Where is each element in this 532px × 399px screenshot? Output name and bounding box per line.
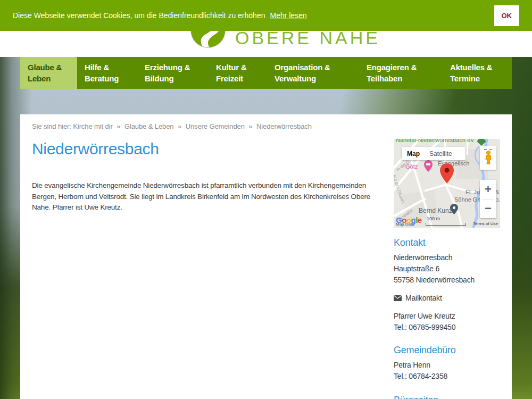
page-title: Niederwörresbach [32,140,383,158]
pastor-name: Pfarrer Uwe Kreutz [394,311,500,322]
nav-item-glaube-leben[interactable]: Glaube & Leben [20,57,77,89]
zoom-control: + − [480,180,496,218]
pegman-icon [484,151,493,164]
pastor-phone: Tel.: 06785-999450 [394,322,500,333]
nav-item-aktuelles-termine[interactable]: Aktuelles & Termine [443,57,512,89]
pegman-control[interactable] [480,146,496,170]
nav-item-hilfe-beratung[interactable]: Hilfe & Beratung [77,57,137,89]
sidebar-column: Nahetal-Niederwörresbach eV Map Satellit… [394,135,500,399]
contact-heading: Kontakt [394,237,500,248]
google-logo: Google [396,215,422,225]
office-contact-name: Petra Henn [394,360,500,371]
envelope-icon [394,295,402,301]
zoom-out-button[interactable]: − [480,200,496,219]
satellite-button[interactable]: Satellite [425,150,456,157]
intro-paragraph: Die evangelische Kirchengemeinde Niederw… [32,180,383,213]
nav-item-erziehung-bildung[interactable]: Erziehung & Bildung [137,57,209,89]
contact-line: 55758 Niederwörresbach [394,275,500,286]
mail-contact-link[interactable]: Mailkontakt [394,294,500,302]
office-heading: Gemeindebüro [394,345,500,356]
business-label: FL Ju [466,189,480,195]
nav-item-kultur-freizeit[interactable]: Kultur & Freizeit [209,57,267,89]
cookie-ok-button[interactable]: OK [494,5,520,26]
terms-of-use-link[interactable]: Terms of Use [473,221,498,226]
pegman-dashes [480,149,496,150]
map-button[interactable]: Map [402,150,425,157]
location-pin-icon [440,163,454,184]
breadcrumb-current: Niederwörresbach [256,122,312,130]
zoom-in-button[interactable]: + [480,180,496,199]
nav-item-organisation-verwaltung[interactable]: Organisation & Verwaltung [267,57,359,89]
breadcrumb-link-unsere-gemeinden[interactable]: Unsere Gemeinden [186,122,245,130]
nav-item-engagieren-teilhaben[interactable]: Engagieren & Teilhaben [359,57,443,89]
contact-line: Hauptstraße 6 [394,263,500,275]
google-map[interactable]: Nahetal-Niederwörresbach eV Map Satellit… [394,139,500,228]
lodging-marker-icon [424,160,433,172]
map-poi-label: Nahetal-Niederwörresbach eV [396,139,474,143]
breadcrumb-link-kirche-mit-dir[interactable]: Kirche mit dir [73,122,112,130]
main-column: Niederwörresbach Die evangelische Kirche… [32,135,383,399]
office-phone: Tel.: 06784-2358 [394,371,500,382]
breadcrumb-link-glaube-leben[interactable]: Glaube & Leben [124,122,174,130]
cookie-message: Diese Webseite verwendet Cookies, um die… [13,11,265,20]
office-hours-heading: Bürozeiten [394,395,500,399]
content-area: Sie sind hier: Kirche mit dir » Glaube &… [20,114,512,399]
map-scale: 100 m [426,213,466,226]
map-type-control: Map Satellite [402,147,466,160]
main-nav: Glaube & Leben Hilfe & Beratung Erziehun… [20,57,512,89]
cookie-banner: Diese Webseite verwendet Cookies, um die… [0,0,532,31]
breadcrumb: Sie sind hier: Kirche mit dir » Glaube &… [32,122,500,130]
cookie-more-link[interactable]: Mehr lesen [270,11,306,20]
breadcrumb-prefix: Sie sind hier: [32,122,71,130]
contact-line: Niederwörresbach [394,252,500,263]
